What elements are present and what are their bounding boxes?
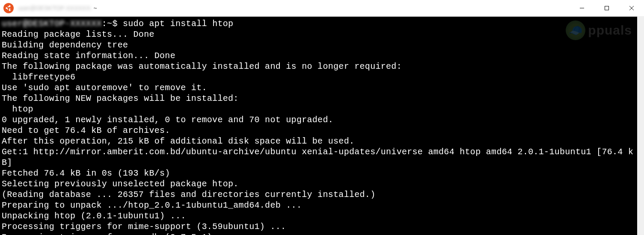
output-line: Selecting previously unselected package … <box>2 179 239 189</box>
maximize-icon <box>604 6 609 11</box>
svg-rect-4 <box>605 6 609 10</box>
window-title-blurred: user@DESKTOP-XXXXXX: <box>18 5 92 12</box>
minimize-button[interactable] <box>570 0 594 16</box>
output-line: Use 'sudo apt autoremove' to remove it. <box>2 83 207 93</box>
ubuntu-icon <box>3 3 14 13</box>
prompt-command: sudo apt install htop <box>123 19 233 29</box>
output-line: Unpacking htop (2.0.1-1ubuntu1) ... <box>2 211 186 221</box>
prompt-symbol: $ <box>112 19 117 29</box>
output-line: htop <box>2 104 33 114</box>
output-line: Reading state information... Done <box>2 51 175 61</box>
prompt-path: ~ <box>107 19 112 29</box>
output-line: Building dependency tree <box>2 40 128 50</box>
output-line: Fetched 76.4 kB in 0s (193 kB/s) <box>2 168 170 178</box>
output-line: Get:1 http://mirror.amberit.com.bd/ubunt… <box>2 147 633 167</box>
output-line: Preparing to unpack .../htop_2.0.1-1ubun… <box>2 200 302 210</box>
close-button[interactable] <box>619 0 644 16</box>
output-line: Processing triggers for man-db (2.7.5-1)… <box>2 232 233 235</box>
output-line: The following package was automatically … <box>2 62 402 71</box>
maximize-button[interactable] <box>594 0 619 16</box>
window-controls <box>570 0 644 16</box>
output-line: Need to get 76.4 kB of archives. <box>2 126 170 135</box>
output-line: The following NEW packages will be insta… <box>2 94 239 103</box>
close-icon <box>629 6 634 11</box>
minimize-icon <box>579 6 585 11</box>
output-line: 0 upgraded, 1 newly installed, 0 to remo… <box>2 115 333 125</box>
output-line: Reading package lists... Done <box>2 29 154 39</box>
titlebar: user@DESKTOP-XXXXXX: ~ <box>0 0 644 17</box>
output-line: (Reading database ... 26357 files and di… <box>2 190 375 200</box>
window-title-suffix: ~ <box>92 5 97 12</box>
prompt-separator: : <box>102 19 107 29</box>
output-line: Processing triggers for mime-support (3.… <box>2 222 286 232</box>
titlebar-left: user@DESKTOP-XXXXXX: ~ <box>3 3 97 13</box>
output-line: libfreetype6 <box>2 72 75 82</box>
prompt-user-host: user@DESKTOP-XXXXXX <box>2 19 102 29</box>
scrollbar-track[interactable] <box>637 17 644 235</box>
output-line: After this operation, 215 kB of addition… <box>2 136 354 146</box>
svg-point-2 <box>9 9 11 11</box>
terminal-output[interactable]: user@DESKTOP-XXXXXX:~$ sudo apt install … <box>0 17 637 235</box>
